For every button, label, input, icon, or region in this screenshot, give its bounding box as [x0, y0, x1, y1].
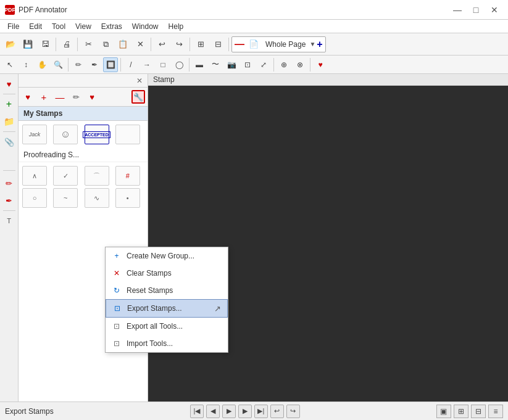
menu-edit[interactable]: Edit — [24, 21, 47, 32]
sidebar-folder-button[interactable]: 📁 — [2, 114, 17, 129]
minimize-button[interactable]: — — [449, 3, 466, 17]
arrange-button[interactable]: ⊟ — [210, 36, 226, 52]
nav-forward[interactable]: ↪ — [286, 405, 300, 418]
menu-view[interactable]: View — [70, 21, 96, 32]
resize-button[interactable]: ⤢ — [256, 57, 271, 72]
pen-button[interactable]: ✏ — [71, 57, 86, 72]
dropdown-export-all[interactable]: ⊡ Export all Tools... — [106, 318, 228, 335]
select-button[interactable]: ↖ — [2, 57, 17, 72]
create-group-label: Create New Group... — [127, 252, 194, 260]
redo-button[interactable]: ↪ — [171, 36, 187, 52]
stamps-heart-button[interactable]: ♥ — [21, 90, 35, 104]
view-scroll[interactable]: ≡ — [488, 405, 503, 418]
page-icon[interactable]: 📄 — [246, 36, 262, 52]
clear-stamps-icon: ✕ — [112, 268, 122, 278]
marker-button[interactable]: ✒ — [87, 57, 102, 72]
extra2-button[interactable]: ⊗ — [293, 57, 307, 72]
undo-button[interactable]: ↩ — [154, 36, 170, 52]
stamp-smiley[interactable]: ☺ — [53, 125, 78, 144]
title-bar-left: PDF PDF Annotator — [5, 5, 67, 15]
stamp-button[interactable]: 🔲 — [103, 57, 118, 72]
save2-button[interactable]: 🖫 — [37, 36, 53, 52]
rect-button[interactable]: □ — [156, 57, 170, 72]
status-label: Export Stamps — [5, 407, 54, 416]
cut-button[interactable]: ✂ — [80, 36, 96, 52]
nav-last[interactable]: ▶| — [254, 405, 268, 418]
stamp-dot[interactable]: • — [115, 188, 140, 208]
stamps-edit-button[interactable]: ✏ — [69, 90, 83, 104]
stamps-wrench-button[interactable]: 🔧 — [131, 90, 145, 104]
sidebar-type-button[interactable]: T — [2, 213, 17, 228]
stamps-group-name: My Stamps — [23, 109, 62, 118]
save-button[interactable]: 💾 — [20, 36, 36, 52]
hand-button[interactable]: ✋ — [35, 57, 49, 72]
open-button[interactable]: 📂 — [2, 36, 19, 52]
sidebar-add-button[interactable]: + — [2, 97, 17, 112]
grid-button[interactable]: ⊞ — [193, 36, 209, 52]
stamp-hash[interactable]: # — [115, 166, 140, 186]
stamps-add-button[interactable]: + — [37, 90, 51, 104]
maximize-button[interactable]: □ — [467, 3, 485, 17]
nav-play[interactable]: ▶ — [222, 405, 236, 418]
sidebar-clip-button[interactable]: 📎 — [2, 134, 17, 149]
dropdown-import-tools[interactable]: ⊡ Import Tools... — [106, 335, 228, 352]
proofreading-text: Proofreading S... — [23, 150, 79, 159]
close-button[interactable]: ✕ — [486, 3, 503, 17]
dropdown-reset-stamps[interactable]: ↻ Reset Stamps — [106, 282, 228, 299]
print-button[interactable]: 🖨 — [59, 36, 75, 52]
document-view[interactable] — [148, 86, 508, 401]
line-button[interactable]: / — [123, 57, 138, 72]
ellipse-button[interactable]: ◯ — [172, 57, 186, 72]
menu-extras[interactable]: Extras — [96, 21, 127, 32]
highlight-button[interactable]: ▬ — [192, 57, 207, 72]
menu-window[interactable]: Window — [127, 21, 164, 32]
create-group-icon: + — [112, 251, 122, 261]
extra1-button[interactable]: ⊕ — [277, 57, 291, 72]
stamp-caret[interactable]: ∧ — [22, 166, 47, 186]
nav-back[interactable]: ↩ — [270, 405, 284, 418]
sidebar-pencil2-button[interactable]: ✏ — [2, 176, 17, 191]
freehand-button[interactable]: 〜 — [208, 57, 223, 72]
stamps-close-button[interactable]: ✕ — [134, 75, 145, 86]
crop-button[interactable]: ⊡ — [240, 57, 255, 72]
page-dropdown[interactable]: ▼ — [309, 41, 315, 47]
view-grid[interactable]: ⊟ — [471, 405, 486, 418]
zoom-in-button[interactable]: + — [317, 39, 322, 50]
nav-prev[interactable]: ◀ — [206, 405, 220, 418]
stamp-circle[interactable]: ○ — [22, 188, 47, 208]
heart-button[interactable]: ♥ — [313, 57, 328, 72]
menu-help[interactable]: Help — [164, 21, 189, 32]
stamp-accepted[interactable]: ACCEPTED — [85, 125, 109, 144]
menu-bar: File Edit Tool View Extras Window Help — [0, 20, 508, 33]
zoom-out-button[interactable]: — — [235, 39, 244, 50]
stamps-remove-button[interactable]: — — [53, 90, 67, 104]
zoom-button[interactable]: 🔍 — [51, 57, 65, 72]
arrow-button[interactable]: → — [139, 57, 154, 72]
reset-stamps-icon: ↻ — [112, 286, 122, 295]
sidebar-pen-button[interactable]: ✒ — [2, 193, 17, 208]
paste-button[interactable]: 📋 — [115, 36, 131, 52]
view-single[interactable]: ▣ — [436, 405, 451, 418]
pointer-button[interactable]: ↕ — [19, 57, 33, 72]
stamps-toolbar: ♥ + — ✏ ♥ 🔧 — [19, 88, 148, 107]
nav-first[interactable]: |◀ — [190, 405, 204, 418]
menu-file[interactable]: File — [2, 21, 24, 32]
sidebar-heart-button[interactable]: ♥ — [2, 76, 17, 91]
stamp-worm[interactable]: ∿ — [85, 188, 109, 208]
stamp-squiggle[interactable]: ~ — [53, 188, 78, 208]
stamp-item[interactable]: Jack — [22, 125, 47, 144]
copy-button[interactable]: ⧉ — [98, 36, 114, 52]
dropdown-create-group[interactable]: + Create New Group... — [106, 247, 228, 265]
camera-button[interactable]: 📷 — [224, 57, 239, 72]
stamps-fav-button[interactable]: ♥ — [85, 90, 99, 104]
delete-button[interactable]: ✕ — [132, 36, 148, 52]
menu-tool[interactable]: Tool — [47, 21, 70, 32]
stamp-empty1[interactable] — [115, 125, 140, 144]
app-icon-text: PDF — [4, 7, 15, 13]
view-double[interactable]: ⊞ — [454, 405, 468, 418]
stamp-arc[interactable]: ⌒ — [85, 166, 109, 186]
stamp-check[interactable]: ✓ — [53, 166, 78, 186]
nav-next[interactable]: ▶ — [238, 405, 252, 418]
dropdown-clear-stamps[interactable]: ✕ Clear Stamps — [106, 265, 228, 282]
dropdown-export-stamps[interactable]: ⊡ Export Stamps... ↗ — [106, 299, 228, 318]
